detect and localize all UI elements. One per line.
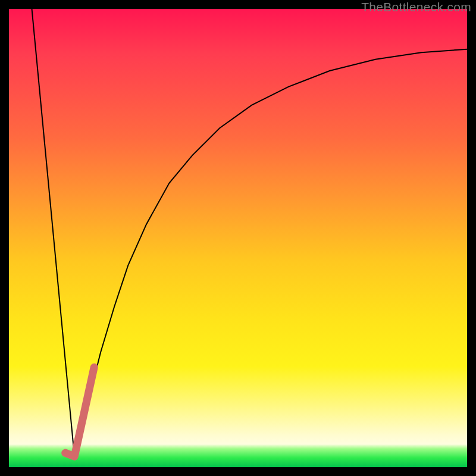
chart-svg [9,9,467,467]
series-left-descent [32,9,75,456]
plot-area [9,9,467,467]
series-right-asymptote [74,49,467,457]
chart-stage: TheBottleneck.com [0,0,476,476]
